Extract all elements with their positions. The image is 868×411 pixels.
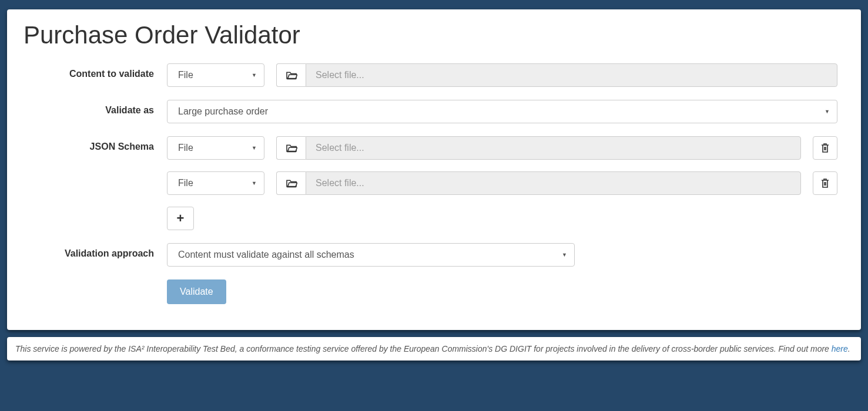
approach-value: Content must validate against all schema… [178,250,354,260]
trash-icon [820,143,830,153]
add-schema-button[interactable]: + [167,207,194,230]
schema2-file-browse-button[interactable] [276,171,306,195]
validate-button[interactable]: Validate [167,279,226,304]
schema2-file-placeholder: Select file... [316,178,364,188]
schema2-file-input[interactable]: Select file... [306,171,801,195]
schema2-file-group: Select file... [276,171,801,195]
label-json-schema: JSON Schema [24,136,167,152]
footer-text: This service is powered by the ISA² Inte… [15,344,832,353]
footer: This service is powered by the ISA² Inte… [7,337,861,361]
label-content: Content to validate [24,63,167,79]
schema1-type-select[interactable]: File [167,136,264,160]
approach-select[interactable]: Content must validate against all schema… [167,243,575,267]
validate-as-value: Large purchase order [178,106,268,117]
label-validate-as: Validate as [24,100,167,116]
schema2-type-select[interactable]: File [167,171,264,195]
row-validate-as: Validate as Large purchase order [24,100,837,123]
main-card: Purchase Order Validator Content to vali… [7,9,861,330]
footer-link[interactable]: here [832,344,848,353]
page-title: Purchase Order Validator [24,21,837,49]
folder-open-icon [286,70,297,80]
schema-add-row: + [167,207,837,230]
schema1-file-browse-button[interactable] [276,136,306,160]
content-file-browse-button[interactable] [276,63,306,87]
schema2-type-value: File [178,178,193,188]
schema1-file-placeholder: Select file... [316,143,364,153]
plus-icon: + [177,211,185,226]
trash-icon [820,178,830,188]
row-submit: Validate [24,279,837,304]
content-file-group: Select file... [276,63,837,87]
spacer [24,279,167,285]
content-type-select[interactable]: File [167,63,264,87]
schema-row-1: File Select file... [167,136,837,160]
schema1-file-group: Select file... [276,136,801,160]
row-json-schema: JSON Schema File [24,136,837,230]
schema-row-2: File Select file... [167,171,837,195]
schema1-type-value: File [178,143,193,153]
folder-open-icon [286,143,297,153]
row-approach: Validation approach Content must validat… [24,243,837,267]
schema1-delete-button[interactable] [813,136,837,160]
footer-dot: . [848,344,850,353]
content-file-input[interactable]: Select file... [306,63,837,87]
content-type-value: File [178,70,193,80]
label-approach: Validation approach [24,243,167,259]
row-content: Content to validate File [24,63,837,87]
content-file-placeholder: Select file... [316,70,364,80]
schema1-file-input[interactable]: Select file... [306,136,801,160]
schema2-delete-button[interactable] [813,171,837,195]
folder-open-icon [286,178,297,188]
validate-as-select[interactable]: Large purchase order [167,100,837,123]
